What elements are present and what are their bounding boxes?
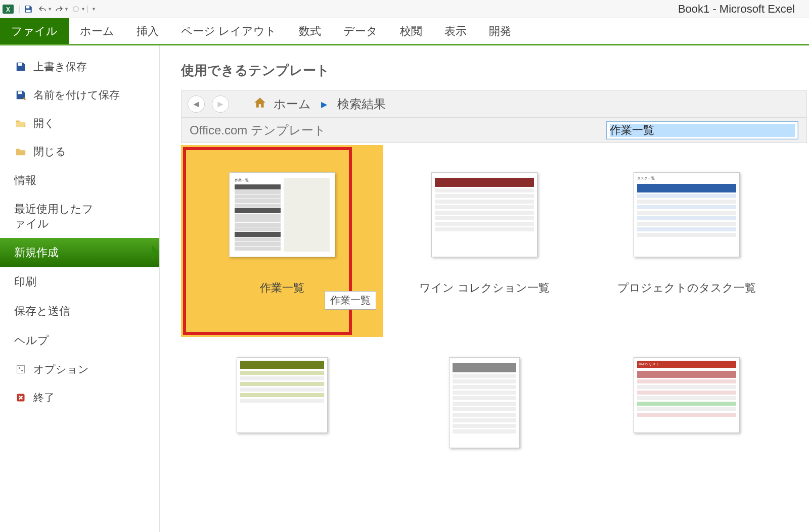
tab-review[interactable]: 校閲 <box>389 18 433 44</box>
ribbon-tabs: ファイル ホーム 挿入 ページ レイアウト 数式 データ 校閲 表示 開発 <box>0 18 809 45</box>
qat-save-button[interactable] <box>21 2 35 16</box>
svg-rect-2 <box>26 6 30 9</box>
sidebar-item-label: 終了 <box>33 391 55 405</box>
sidebar-item-close[interactable]: 閉じる <box>0 137 159 166</box>
svg-rect-7 <box>17 366 25 373</box>
separator: | <box>18 5 20 14</box>
template-item-6[interactable]: To-Do リスト <box>586 337 788 529</box>
template-thumbnail: タスク一覧 <box>634 172 740 257</box>
sidebar-item-print[interactable]: 印刷 <box>0 267 159 297</box>
template-search-input[interactable] <box>610 124 795 137</box>
sidebar-item-saveas[interactable]: 名前を付けて保存 <box>0 81 159 109</box>
sidebar-item-label: 情報 <box>14 173 36 188</box>
separator: | <box>86 5 88 14</box>
thumb-title: 作業一覧 <box>235 178 281 183</box>
svg-point-9 <box>21 370 23 371</box>
template-breadcrumb-bar: ◄ ► ホーム ▶ 検索結果 <box>181 90 807 118</box>
page-title: 使用できるテンプレート <box>181 62 809 79</box>
tab-formulas[interactable]: 数式 <box>288 18 332 44</box>
customize-qat-icon[interactable]: ▼ <box>92 7 96 12</box>
tab-data[interactable]: データ <box>332 18 389 44</box>
backstage-main: 使用できるテンプレート ◄ ► ホーム ▶ 検索結果 Office.com テン… <box>160 45 809 532</box>
saveas-icon <box>14 88 27 102</box>
thumb-title: To-Do リスト <box>637 361 736 368</box>
template-label: プロジェクトのタスク一覧 <box>617 280 756 296</box>
svg-text:X: X <box>6 6 10 13</box>
tab-page-layout[interactable]: ページ レイアウト <box>170 18 288 44</box>
section-label: Office.com テンプレート <box>190 122 326 138</box>
sidebar-item-label: ヘルプ <box>14 333 49 348</box>
sidebar-item-info[interactable]: 情報 <box>0 166 159 195</box>
breadcrumb-home[interactable]: ホーム <box>274 96 311 112</box>
chevron-right-icon: ▶ <box>321 100 327 109</box>
window-title: Book1 - Microsoft Excel <box>96 3 807 16</box>
svg-point-4 <box>73 6 79 12</box>
quick-access-toolbar: X | ▼ ▼ ▼ | ▼ Book1 - Microsoft Excel <box>0 0 809 18</box>
excel-logo-icon: X <box>2 3 14 15</box>
home-icon[interactable] <box>253 96 266 112</box>
template-grid: 作業一覧 作業一覧 作業一覧 <box>181 143 809 529</box>
template-thumbnail: 作業一覧 <box>229 172 335 257</box>
sidebar-item-label: オプション <box>33 362 89 376</box>
sidebar-item-label: 新規作成 <box>14 245 59 260</box>
sidebar-item-label: 開く <box>33 116 55 130</box>
sidebar-item-label: 名前を付けて保存 <box>33 88 120 102</box>
sidebar-item-options[interactable]: オプション <box>0 355 159 383</box>
nav-back-button[interactable]: ◄ <box>188 95 205 113</box>
sidebar-item-help[interactable]: ヘルプ <box>0 326 159 355</box>
thumb-title: タスク一覧 <box>637 176 736 181</box>
tab-view[interactable]: 表示 <box>433 18 478 44</box>
save-icon <box>14 60 27 73</box>
sidebar-item-save[interactable]: 上書き保存 <box>0 53 159 81</box>
template-thumbnail <box>431 172 537 257</box>
dropdown-icon[interactable]: ▼ <box>48 7 52 12</box>
folder-open-icon <box>14 117 27 130</box>
backstage-view: 上書き保存 名前を付けて保存 開く 閉じる 情報 最近使用したファイル 新規作成… <box>0 45 809 532</box>
template-thumbnail <box>237 357 328 433</box>
tab-developer[interactable]: 開発 <box>478 18 522 44</box>
template-thumbnail: To-Do リスト <box>634 357 740 433</box>
template-item-project-tasks[interactable]: タスク一覧 プロジェクトのタスク一覧 <box>586 145 788 337</box>
svg-point-8 <box>19 367 20 369</box>
template-item-task-list[interactable]: 作業一覧 作業一覧 作業一覧 <box>181 145 383 337</box>
svg-rect-5 <box>18 63 22 66</box>
svg-rect-3 <box>26 10 31 12</box>
dropdown-icon[interactable]: ▼ <box>64 7 69 12</box>
sidebar-item-new[interactable]: 新規作成 <box>0 238 159 267</box>
tab-insert[interactable]: 挿入 <box>125 18 170 44</box>
nav-forward-button[interactable]: ► <box>212 95 229 113</box>
template-section-bar: Office.com テンプレート <box>181 118 807 143</box>
sidebar-item-exit[interactable]: 終了 <box>0 383 159 412</box>
folder-close-icon <box>14 145 27 158</box>
sidebar-item-label: 上書き保存 <box>33 60 87 74</box>
template-item-4[interactable] <box>181 337 383 529</box>
sidebar-item-save-send[interactable]: 保存と送信 <box>0 297 159 326</box>
template-thumbnail <box>449 357 520 448</box>
exit-icon <box>14 391 27 404</box>
backstage-sidebar: 上書き保存 名前を付けて保存 開く 閉じる 情報 最近使用したファイル 新規作成… <box>0 45 160 532</box>
sidebar-item-label: 閉じる <box>33 144 66 159</box>
svg-rect-6 <box>18 91 22 94</box>
sidebar-item-label: 最近使用したファイル <box>14 202 100 231</box>
sidebar-item-recent[interactable]: 最近使用したファイル <box>0 195 159 238</box>
qat-touch-button[interactable] <box>69 2 83 16</box>
tab-home[interactable]: ホーム <box>69 18 125 44</box>
breadcrumb-current: 検索結果 <box>337 96 386 112</box>
sidebar-item-label: 印刷 <box>14 274 36 289</box>
sidebar-item-label: 保存と送信 <box>14 304 70 319</box>
template-search-box[interactable] <box>606 121 798 139</box>
template-label: 作業一覧 <box>260 280 304 296</box>
template-item-wine-collection[interactable]: ワイン コレクション一覧 <box>383 145 586 337</box>
template-label: ワイン コレクション一覧 <box>419 280 549 296</box>
sidebar-item-open[interactable]: 開く <box>0 109 159 137</box>
tab-file[interactable]: ファイル <box>0 18 69 44</box>
options-icon <box>14 363 27 376</box>
template-item-5[interactable] <box>383 337 586 529</box>
tooltip: 作業一覧 <box>325 291 376 310</box>
